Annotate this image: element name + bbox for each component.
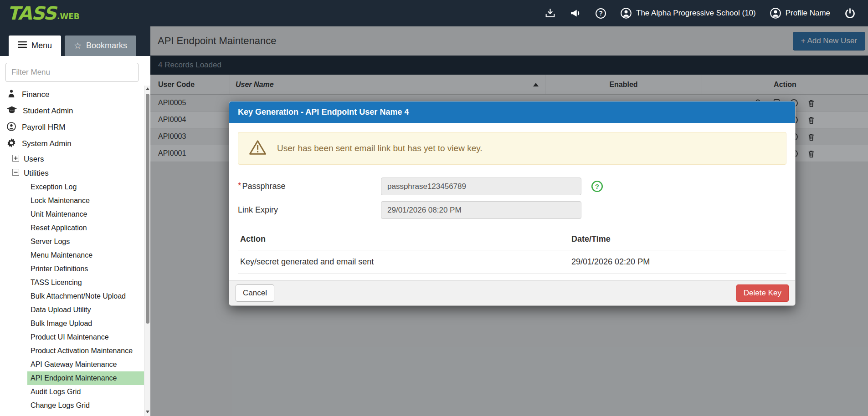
delete-key-button[interactable]: Delete Key (736, 284, 789, 302)
cancel-button[interactable]: Cancel (236, 284, 274, 302)
filter-menu-input[interactable] (5, 63, 139, 82)
sidebar-item-server-logs[interactable]: Server Logs (27, 235, 144, 249)
gear-icon (7, 138, 16, 150)
logo-text: TASS (7, 4, 56, 22)
graduation-cap-icon (7, 106, 17, 117)
sidebar-tree-utilities[interactable]: Utilities (0, 166, 150, 180)
sidebar-item-product-ui-maintenance[interactable]: Product UI Maintenance (27, 330, 144, 344)
sidebar-item-audit-logs-grid[interactable]: Audit Logs Grid (27, 385, 144, 399)
sidebar-item-product-activation-maintenance[interactable]: Product Activation Maintenance (27, 344, 144, 358)
passphrase-label: * Passphrase (238, 182, 381, 191)
sidebar-item-exception-log[interactable]: Exception Log (27, 180, 144, 194)
scroll-down-icon[interactable] (146, 411, 149, 413)
sidebar-item-label: Student Admin (23, 107, 73, 116)
sidebar-item-menu-maintenance[interactable]: Menu Maintenance (27, 249, 144, 262)
tab-bookmarks[interactable]: ☆ Bookmarks (65, 36, 136, 56)
finance-icon (7, 89, 16, 101)
profile-icon (770, 7, 781, 19)
sidebar-item-lock-maintenance[interactable]: Lock Maintenance (27, 194, 144, 208)
history-action-cell: Key/secret generated and email sent (240, 257, 571, 267)
key-generation-modal: Key Generation - API Endpoint User Name … (229, 101, 796, 306)
expand-icon[interactable] (12, 155, 19, 164)
tass-logo[interactable]: TASS .WEB (7, 4, 80, 22)
star-icon: ☆ (74, 41, 82, 50)
sidebar-item-api-gateway-maintenance[interactable]: API Gateway Maintenance (27, 358, 144, 371)
sidebar-item-printer-definitions[interactable]: Printer Definitions (27, 262, 144, 276)
passphrase-help-icon[interactable]: ? (591, 180, 603, 193)
scroll-up-icon[interactable] (146, 87, 149, 90)
help-button[interactable]: ? (595, 8, 606, 19)
link-expiry-label: Link Expiry (238, 205, 381, 215)
sidebar-item-student-admin[interactable]: Student Admin (0, 103, 150, 119)
sidebar-item-api-endpoint-maintenance[interactable]: API Endpoint Maintenance (27, 371, 144, 385)
school-icon (620, 7, 632, 19)
key-history-table: Action Date/Time Key/secret generated an… (238, 233, 786, 274)
sidebar-item-label: Finance (22, 90, 49, 99)
person-circle-icon (7, 122, 16, 133)
history-column-action: Action (240, 234, 571, 244)
link-expiry-field[interactable]: 29/01/2026 08:20 PM (381, 201, 581, 219)
svg-text:?: ? (599, 10, 603, 17)
logo-suffix: .WEB (57, 12, 80, 22)
sidebar-item-bulk-image-upload[interactable]: Bulk Image Upload (27, 317, 144, 330)
school-name: The Alpha Progressive School (10) (636, 9, 756, 18)
announcements-button[interactable] (570, 7, 581, 19)
school-selector[interactable]: The Alpha Progressive School (10) (620, 7, 756, 19)
sidebar-item-system-admin[interactable]: System Admin (0, 136, 150, 152)
profile-name: Profile Name (786, 9, 830, 18)
sidebar-item-data-upload-utility[interactable]: Data Upload Utility (27, 303, 144, 317)
sidebar-tree-label: Utilities (24, 169, 49, 178)
sidebar-item-label: System Admin (22, 139, 72, 148)
collapse-icon[interactable] (12, 169, 19, 178)
required-marker: * (238, 181, 241, 191)
modal-header: Key Generation - API Endpoint User Name … (229, 101, 795, 123)
sidebar-item-reset-application[interactable]: Reset Application (27, 221, 144, 235)
help-icon: ? (595, 8, 606, 19)
sidebar-item-finance[interactable]: Finance (0, 86, 150, 103)
passphrase-field[interactable]: passphrase123456789 (381, 178, 581, 195)
power-icon (844, 7, 856, 20)
tab-bookmarks-label: Bookmarks (86, 41, 127, 51)
history-row: Key/secret generated and email sent 29/0… (238, 250, 786, 274)
tab-menu-label: Menu (31, 41, 52, 51)
tab-menu[interactable]: Menu (9, 36, 61, 56)
warning-message: User has been sent email link but has ye… (277, 143, 483, 153)
sidebar-item-bulk-attachment-note-upload[interactable]: Bulk Attachment/Note Upload (27, 289, 144, 303)
history-datetime-cell: 29/01/2026 02:20 PM (571, 257, 786, 267)
sidebar-item-label: Payroll HRM (22, 123, 65, 132)
sidebar-scrollbar[interactable] (144, 86, 150, 416)
megaphone-icon (570, 7, 581, 19)
sidebar-tree-label: Users (24, 155, 44, 164)
sidebar-item-change-logs-grid[interactable]: Change Logs Grid (27, 399, 144, 412)
svg-text:?: ? (595, 183, 599, 190)
modal-title: Key Generation - API Endpoint User Name … (238, 107, 409, 117)
hamburger-icon (18, 41, 27, 51)
download-tray-button[interactable] (544, 8, 556, 19)
warning-alert: User has been sent email link but has ye… (238, 132, 786, 165)
download-tray-icon (544, 8, 556, 19)
sidebar-tree-users[interactable]: Users (0, 152, 150, 166)
scrollbar-thumb[interactable] (146, 94, 149, 324)
modal-footer: Cancel Delete Key (229, 280, 795, 305)
sidebar-item-payroll-hrm[interactable]: Payroll HRM (0, 119, 150, 136)
sidebar-tabstrip: Menu ☆ Bookmarks (0, 26, 150, 56)
sidebar-menu-panel: Finance Student Admin Payroll HRM System… (0, 56, 150, 416)
topbar: TASS .WEB ? The Alpha Progressive School… (0, 0, 868, 26)
sidebar-item-tass-licencing[interactable]: TASS Licencing (27, 276, 144, 289)
sidebar-item-unit-maintenance[interactable]: Unit Maintenance (27, 208, 144, 221)
warning-triangle-icon (249, 140, 266, 157)
history-column-datetime: Date/Time (571, 234, 786, 244)
logout-button[interactable] (844, 7, 856, 20)
profile-menu[interactable]: Profile Name (770, 7, 830, 19)
